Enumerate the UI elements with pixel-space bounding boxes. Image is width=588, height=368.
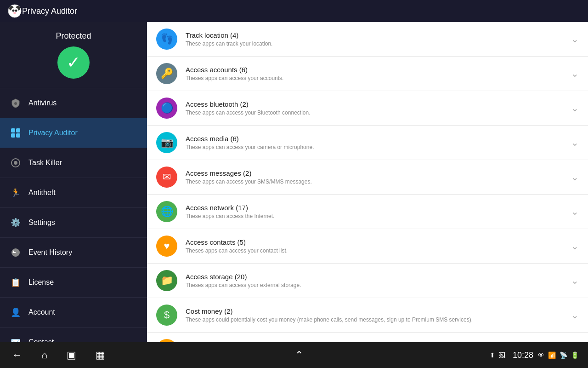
- access-contacts-text: Access contacts (5)Theses apps can acces…: [186, 238, 566, 254]
- access-accounts-chevron-icon: ⌄: [571, 68, 579, 79]
- access-messages-text: Access messages (2)These apps can access…: [186, 169, 566, 185]
- access-accounts-text: Access accounts (6)Theses apps can acces…: [186, 66, 566, 81]
- back-button[interactable]: ←: [9, 346, 25, 364]
- access-bluetooth-chevron-icon: ⌄: [571, 103, 579, 114]
- qr-button[interactable]: ▦: [93, 346, 108, 364]
- access-contacts-chevron-icon: ⌄: [571, 241, 579, 252]
- access-contacts-title: Access contacts (5): [186, 238, 566, 246]
- access-bluetooth-text: Access bluetooth (2)These apps can acces…: [186, 100, 566, 116]
- eye-icon: 👁: [538, 351, 544, 359]
- permission-row-access-media[interactable]: 📷Access media (6)These apps can access y…: [147, 126, 588, 160]
- wifi-icon: 📶: [548, 351, 556, 359]
- antivirus-icon: [9, 97, 22, 109]
- contact-icon: ✉️: [9, 336, 22, 342]
- access-media-desc: These apps can access your camera or mic…: [186, 144, 566, 150]
- access-accounts-icon: 🔑: [156, 63, 177, 84]
- sidebar-item-license[interactable]: 📋License: [0, 268, 147, 298]
- svg-rect-9: [16, 128, 20, 132]
- access-media-title: Access media (6): [186, 135, 566, 143]
- contact-label: Contact: [28, 338, 54, 342]
- access-network-title: Access network (17): [186, 204, 566, 212]
- status-label: Protected: [56, 31, 91, 41]
- svg-point-5: [15, 10, 17, 12]
- sidebar-item-contact[interactable]: ✉️Contact: [0, 328, 147, 342]
- antitheft-icon: 🏃: [9, 186, 22, 199]
- system-icons: 👁 📶 📡 🔋: [538, 351, 579, 359]
- access-storage-desc: Theses apps can access your external sto…: [186, 282, 566, 288]
- sidebar-item-settings[interactable]: ⚙️Settings: [0, 208, 147, 238]
- permission-row-cost-money[interactable]: $Cost money (2)These apps could potentia…: [147, 298, 588, 333]
- cost-money-title: Cost money (2): [186, 307, 566, 315]
- permissions-list: 👣Track location (4)These apps can track …: [147, 22, 588, 342]
- cost-money-text: Cost money (2)These apps could potential…: [186, 307, 566, 323]
- access-contacts-desc: Theses apps can access your contact list…: [186, 247, 566, 254]
- account-icon: 👤: [9, 306, 22, 319]
- sidebar-item-account[interactable]: 👤Account: [0, 298, 147, 328]
- access-storage-title: Access storage (20): [186, 273, 566, 281]
- access-media-text: Access media (6)These apps can access yo…: [186, 135, 566, 150]
- home-button[interactable]: ⌂: [39, 346, 50, 364]
- access-secure-icon: 🔒: [156, 339, 177, 342]
- task-killer-icon: [9, 156, 22, 169]
- bottom-nav-left: ← ⌂ ▣ ▦: [9, 346, 108, 364]
- bottom-nav-center: ⌃: [292, 346, 306, 364]
- recent-apps-button[interactable]: ▣: [64, 346, 79, 364]
- access-media-icon: 📷: [156, 132, 177, 153]
- battery-icon: 🔋: [571, 351, 579, 359]
- app-logo: [7, 4, 22, 18]
- sidebar-item-task-killer[interactable]: Task Killer: [0, 148, 147, 178]
- bottom-nav-right: ⬆ 🖼 10:28 👁 📶 📡 🔋: [490, 351, 579, 360]
- permission-row-access-accounts[interactable]: 🔑Access accounts (6)Theses apps can acce…: [147, 57, 588, 91]
- svg-point-7: [14, 102, 17, 105]
- permission-row-access-contacts[interactable]: ♥Access contacts (5)Theses apps can acce…: [147, 229, 588, 264]
- access-messages-desc: These apps can access your SMS/MMS messa…: [186, 178, 566, 185]
- sidebar-item-antitheft[interactable]: 🏃Antitheft: [0, 178, 147, 208]
- image-icon: 🖼: [499, 351, 505, 359]
- permission-row-access-messages[interactable]: ✉Access messages (2)These apps can acces…: [147, 160, 588, 195]
- up-button[interactable]: ⌃: [292, 346, 306, 364]
- access-accounts-title: Access accounts (6): [186, 66, 566, 74]
- svg-rect-10: [11, 133, 15, 138]
- track-location-desc: These apps can track your location.: [186, 40, 566, 47]
- access-storage-text: Access storage (20)Theses apps can acces…: [186, 273, 566, 288]
- permission-row-access-network[interactable]: 🌐Access network (17)These apps can acces…: [147, 195, 588, 229]
- sidebar: Protected ✓ Antivirus Privacy Auditor Ta…: [0, 22, 147, 342]
- event-history-icon: [9, 246, 22, 259]
- permission-row-track-location[interactable]: 👣Track location (4)These apps can track …: [147, 22, 588, 57]
- track-location-title: Track location (4): [186, 31, 566, 39]
- top-bar: Privacy Auditor: [0, 0, 588, 22]
- cost-money-chevron-icon: ⌄: [571, 310, 579, 321]
- bottom-bar: ← ⌂ ▣ ▦ ⌃ ⬆ 🖼 10:28 👁 📶 📡 🔋: [0, 342, 588, 368]
- status-circle: ✓: [57, 46, 90, 79]
- checkmark-icon: ✓: [67, 54, 80, 71]
- permission-row-access-storage[interactable]: 📁Access storage (20)Theses apps can acce…: [147, 264, 588, 298]
- access-storage-icon: 📁: [156, 270, 177, 291]
- sidebar-item-event-history[interactable]: Event History: [0, 238, 147, 268]
- privacy-auditor-icon: [9, 126, 22, 139]
- access-messages-chevron-icon: ⌄: [571, 172, 579, 183]
- permission-row-access-bluetooth[interactable]: 🔵Access bluetooth (2)These apps can acce…: [147, 91, 588, 126]
- track-location-chevron-icon: ⌄: [571, 34, 579, 45]
- clock: 10:28: [513, 351, 533, 360]
- sidebar-item-privacy-auditor[interactable]: Privacy Auditor: [0, 118, 147, 148]
- svg-point-13: [14, 161, 17, 165]
- access-network-icon: 🌐: [156, 201, 177, 222]
- permission-row-access-secure[interactable]: 🔒Access secure settings (2)These apps ca…: [147, 333, 588, 342]
- access-network-text: Access network (17)These apps can access…: [186, 204, 566, 219]
- upload-icon: ⬆: [490, 351, 495, 359]
- svg-point-4: [12, 10, 15, 12]
- privacy-auditor-label: Privacy Auditor: [28, 129, 78, 137]
- sidebar-item-antivirus[interactable]: Antivirus: [0, 88, 147, 118]
- status-icons: ⬆ 🖼: [490, 351, 505, 359]
- svg-rect-8: [11, 128, 15, 132]
- access-network-desc: These apps can access the Internet.: [186, 213, 566, 219]
- antitheft-label: Antitheft: [28, 189, 56, 197]
- app-title: Privacy Auditor: [22, 6, 77, 16]
- track-location-icon: 👣: [156, 29, 177, 50]
- cost-money-icon: $: [156, 305, 177, 326]
- license-icon: 📋: [9, 276, 22, 289]
- task-killer-label: Task Killer: [28, 159, 62, 167]
- nav-list: Antivirus Privacy Auditor Task Killer🏃An…: [0, 88, 147, 342]
- track-location-text: Track location (4)These apps can track y…: [186, 31, 566, 47]
- main-container: Protected ✓ Antivirus Privacy Auditor Ta…: [0, 22, 588, 342]
